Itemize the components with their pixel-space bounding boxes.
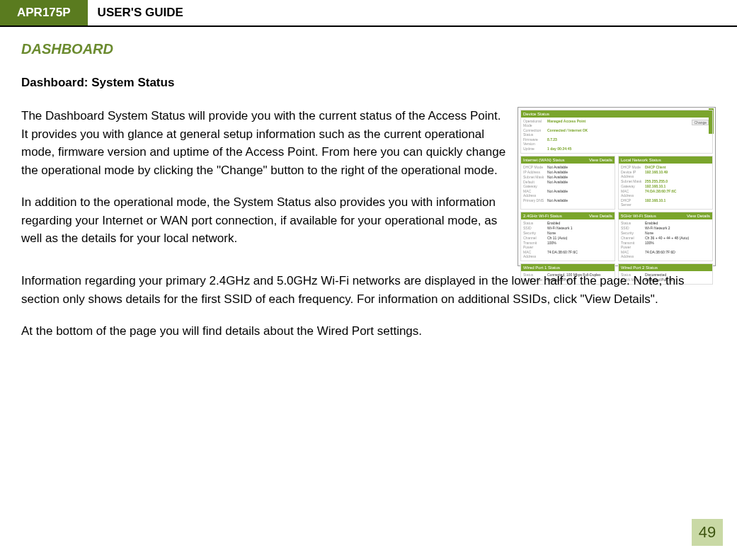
figure-view-details: View Details xyxy=(589,214,612,218)
figure-wired2-header: Wired Port 2 Status xyxy=(619,264,712,271)
fig-label: MAC Address xyxy=(523,250,544,258)
figure-panel-title: 5GHz Wi-Fi Status xyxy=(621,214,656,218)
fig-value: Not Available xyxy=(547,198,612,202)
paragraph-3: Information regarding your primary 2.4GH… xyxy=(21,272,716,308)
fig-label: Firmware Version xyxy=(523,137,544,146)
fig-label: Subnet Mask xyxy=(621,179,642,183)
subsection-title: Dashboard: System Status xyxy=(21,76,716,90)
fig-value: None xyxy=(547,231,612,235)
figure-wifi50-header: 5GHz Wi-Fi Status View Details xyxy=(619,212,712,219)
product-tab: APR175P xyxy=(0,0,88,25)
figure-device-status-header: Device Status xyxy=(521,110,712,118)
fig-value: 100% xyxy=(547,241,612,249)
fig-value: 192.168.10.49 xyxy=(645,170,710,178)
fig-value: Ch 11 (Auto) xyxy=(547,236,612,240)
fig-label: DHCP Server xyxy=(621,198,642,207)
figure-wifi24-header: 2.4GHz Wi-Fi Status View Details xyxy=(521,212,615,219)
figure-panel-title: Device Status xyxy=(523,112,549,116)
fig-value: DHCP Client xyxy=(645,165,710,169)
fig-value: 255.255.255.0 xyxy=(645,179,710,183)
fig-value: None xyxy=(645,231,710,235)
page-number: 49 xyxy=(692,519,723,546)
fig-value: Not Available xyxy=(547,189,612,198)
figure-view-details: View Details xyxy=(589,158,612,162)
figure-wired1-header: Wired Port 1 Status xyxy=(521,264,615,271)
fig-label: Channel xyxy=(523,236,544,240)
fig-label: DHCP Mode xyxy=(621,165,642,169)
fig-label: Channel xyxy=(621,236,642,240)
fig-value: Not Available xyxy=(547,175,612,179)
fig-label: IP Address xyxy=(523,170,544,174)
fig-label: Gateway xyxy=(621,184,642,188)
fig-label: Default Gateway xyxy=(523,180,544,188)
fig-label: Transmit Power xyxy=(523,241,544,249)
page-content: DASHBOARD Dashboard: System Status Devic… xyxy=(0,27,737,341)
fig-value: 192.168.10.1 xyxy=(645,184,710,188)
fig-value: Not Available xyxy=(547,170,612,174)
fig-label: MAC Address xyxy=(523,189,544,198)
paragraph-4: At the bottom of the page you will find … xyxy=(21,322,716,341)
fig-value: Ch 36 + 40 + 44 + 48 (Auto) xyxy=(645,236,710,240)
fig-label: Connection Status xyxy=(523,128,544,137)
fig-label: SSID xyxy=(621,226,642,230)
fig-label: Transmit Power xyxy=(621,241,642,249)
fig-label: Status xyxy=(523,221,544,225)
fig-value: Connected / Internet OK xyxy=(547,128,710,137)
fig-value: 1 day 00:24:45 xyxy=(547,147,710,151)
fig-value: 192.168.10.1 xyxy=(645,198,710,207)
fig-value: 8.7.23 xyxy=(547,137,710,146)
fig-label: Primary DNS xyxy=(523,198,544,202)
fig-value: 100% xyxy=(645,241,710,249)
fig-label: SSID xyxy=(523,226,544,230)
fig-label: MAC Address xyxy=(621,189,642,198)
figure-panel-title: Wired Port 2 Status xyxy=(621,265,658,270)
figure-panel-title: Wired Port 1 Status xyxy=(523,265,560,270)
fig-value: Not Available xyxy=(547,180,612,188)
figure-change-button: Change xyxy=(692,120,709,125)
fig-value: Wi-Fi Network 1 xyxy=(547,226,612,230)
figure-panel-title: 2.4GHz Wi-Fi Status xyxy=(523,214,562,218)
section-title: DASHBOARD xyxy=(21,41,716,57)
fig-value: Enabled xyxy=(645,221,710,225)
fig-value: 74:DA:38:60:7F:6C xyxy=(547,250,612,258)
fig-value: 74:DA:38:60:7F:6C xyxy=(645,189,710,198)
figure-internet-status-header: Internet (WAN) Status View Details xyxy=(521,156,615,164)
fig-label: Security xyxy=(621,231,642,235)
header-bar: APR175P USER'S GUIDE xyxy=(0,0,737,27)
fig-label: Uptime xyxy=(523,147,544,151)
fig-label: MAC Address xyxy=(621,250,642,258)
fig-label: DHCP Mode xyxy=(523,165,544,169)
fig-label: Status xyxy=(621,221,642,225)
fig-label: Operational Mode xyxy=(523,119,544,127)
fig-value: 74:DA:38:60:7F:6D xyxy=(645,250,710,258)
fig-label: Subnet Mask xyxy=(523,175,544,179)
fig-value: Managed Access Point xyxy=(547,119,692,127)
fig-value: Wi-Fi Network 2 xyxy=(645,226,710,230)
fig-value: Enabled xyxy=(547,221,612,225)
figure-local-network-header: Local Network Status xyxy=(619,156,712,164)
figure-panel-title: Internet (WAN) Status xyxy=(523,158,564,162)
figure-view-details: View Details xyxy=(687,214,710,218)
fig-label: Security xyxy=(523,231,544,235)
guide-title: USER'S GUIDE xyxy=(88,0,193,25)
figure-panel-title: Local Network Status xyxy=(621,158,661,162)
fig-value: Not Available xyxy=(547,165,612,169)
fig-label: Device IP Address xyxy=(621,170,642,178)
dashboard-screenshot-figure: Device Status Change Operational ModeMan… xyxy=(518,107,716,266)
